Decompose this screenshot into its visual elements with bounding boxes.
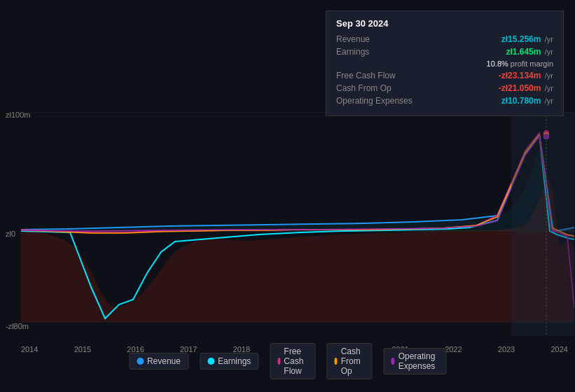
chart-svg: [21, 112, 574, 336]
tooltip-label-fcf: Free Cash Flow: [336, 71, 420, 80]
legend-opex[interactable]: Operating Expenses: [383, 348, 446, 374]
legend-label-revenue: Revenue: [147, 356, 181, 366]
tooltip-row-earnings: Earnings zł1.645m /yr: [336, 47, 553, 57]
tooltip-unit-fcf: /yr: [545, 71, 553, 80]
tooltip-value-cashop: -zł21.050m: [499, 83, 541, 93]
x-label-2024: 2024: [550, 345, 567, 354]
tooltip-value-revenue: zł15.256m: [501, 34, 541, 44]
legend-label-opex: Operating Expenses: [399, 351, 438, 371]
tooltip-label-opex: Operating Expenses: [336, 96, 420, 106]
legend-label-earnings: Earnings: [218, 356, 251, 366]
tooltip-label-revenue: Revenue: [336, 34, 420, 44]
tooltip-margin: 10.8% profit margin: [487, 59, 553, 68]
tooltip-value-fcf: -zł23.134m: [499, 71, 541, 80]
x-label-2023: 2023: [498, 345, 515, 354]
tooltip-date: Sep 30 2024: [336, 18, 553, 29]
chart-container: Sep 30 2024 Revenue zł15.256m /yr Earnin…: [0, 0, 575, 392]
legend-fcf[interactable]: Free Cash Flow: [270, 343, 315, 379]
legend-dot-earnings: [207, 358, 214, 365]
legend-label-cashop: Cash From Op: [341, 346, 365, 376]
tooltip-unit-cashop: /yr: [545, 84, 553, 92]
tooltip-row-margin: 10.8% profit margin: [336, 59, 553, 68]
tooltip-box: Sep 30 2024 Revenue zł15.256m /yr Earnin…: [326, 10, 564, 116]
tooltip-label-earnings: Earnings: [336, 47, 420, 57]
svg-rect-9: [511, 112, 574, 336]
tooltip-row-cashop: Cash From Op -zł21.050m /yr: [336, 83, 553, 93]
legend-cashop[interactable]: Cash From Op: [326, 343, 372, 379]
tooltip-value-opex: zł10.780m: [501, 96, 541, 106]
legend-label-fcf: Free Cash Flow: [284, 346, 307, 376]
legend-dot-fcf: [277, 358, 280, 365]
tooltip-row-opex: Operating Expenses zł10.780m /yr: [336, 96, 553, 106]
legend-earnings[interactable]: Earnings: [200, 353, 258, 370]
tooltip-row-revenue: Revenue zł15.256m /yr: [336, 34, 553, 44]
tooltip-unit-revenue: /yr: [545, 35, 553, 43]
legend-dot-cashop: [334, 358, 337, 365]
x-label-2015: 2015: [74, 345, 91, 354]
x-label-2014: 2014: [21, 345, 38, 354]
tooltip-unit-opex: /yr: [545, 97, 553, 105]
tooltip-unit-earnings: /yr: [545, 48, 553, 56]
y-label-0: zł0: [6, 230, 15, 238]
tooltip-label-cashop: Cash From Op: [336, 83, 420, 93]
legend-revenue[interactable]: Revenue: [129, 353, 188, 370]
legend-dot-opex: [391, 358, 394, 365]
tooltip-value-earnings: zł1.645m: [506, 47, 541, 57]
tooltip-row-fcf: Free Cash Flow -zł23.134m /yr: [336, 71, 553, 80]
legend: Revenue Earnings Free Cash Flow Cash Fro…: [129, 343, 446, 379]
x-label-2022: 2022: [445, 345, 462, 354]
legend-dot-revenue: [137, 358, 144, 365]
